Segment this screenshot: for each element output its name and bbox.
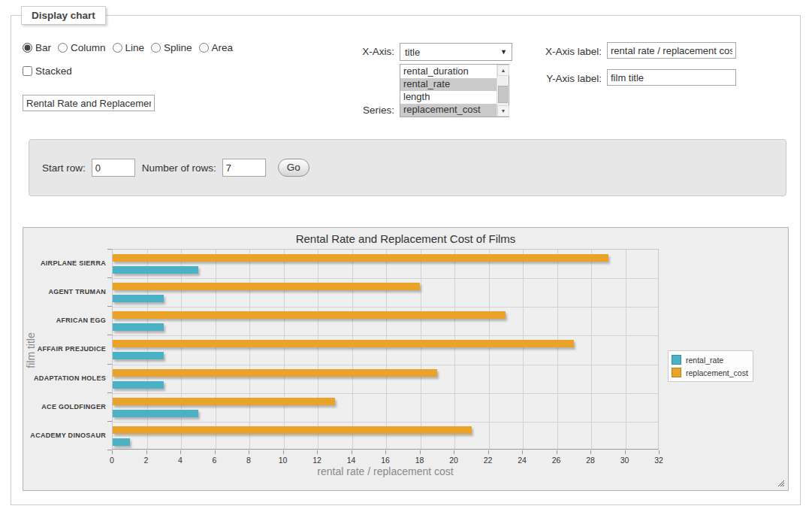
stacked-label: Stacked — [35, 65, 72, 77]
bar-replacement_cost — [113, 398, 335, 405]
y-tick-label: ADAPTATION HOLES — [25, 374, 106, 382]
series-option-rental_duration[interactable]: rental_duration — [400, 65, 497, 78]
chart-type-label: Line — [125, 42, 145, 53]
num-rows-label: Number of rows: — [142, 162, 216, 174]
x-tick-label: 26 — [545, 456, 568, 465]
y-gridline — [113, 307, 658, 308]
go-button[interactable]: Go — [278, 159, 309, 177]
x-gridline — [489, 250, 490, 449]
y-tick-mark — [107, 249, 112, 250]
y-tick-mark — [107, 277, 112, 278]
chart-type-option-bar[interactable]: Bar — [23, 42, 51, 53]
x-tick-label: 14 — [340, 456, 363, 465]
x-tick-label: 18 — [409, 456, 431, 465]
x-gridline — [318, 250, 318, 449]
x-tick-label: 0 — [101, 456, 123, 465]
x-tick-mark — [454, 450, 454, 454]
y-gridline — [113, 335, 658, 336]
y-tick-label: AFFAIR PREJUDICE — [25, 345, 106, 353]
bar-replacement_cost — [113, 254, 608, 262]
chart-container: Rental Rate and Replacement Cost of Film… — [23, 227, 789, 491]
x-tick-mark — [659, 450, 660, 454]
series-option-rental_rate[interactable]: rental_rate — [400, 78, 497, 91]
x-tick-mark — [522, 450, 523, 454]
y-tick-mark — [107, 335, 112, 335]
y-tick-mark — [107, 450, 112, 450]
x-tick-label: 24 — [511, 456, 533, 465]
y-tick-mark — [107, 392, 112, 393]
x-axis-select[interactable]: title ▼ — [400, 43, 512, 61]
x-tick-label: 6 — [204, 456, 226, 465]
chart-plot-area — [112, 249, 659, 450]
chart-type-radio-bar[interactable] — [23, 43, 32, 53]
y-tick-mark — [107, 364, 112, 365]
legend-swatch-icon — [672, 368, 681, 377]
chart-title: Rental Rate and Replacement Cost of Film… — [23, 232, 788, 245]
x-tick-mark — [180, 450, 181, 454]
bar-rental_rate — [113, 438, 130, 446]
x-tick-mark — [590, 450, 591, 454]
y-tick-mark — [107, 421, 112, 422]
x-tick-mark — [283, 450, 284, 454]
chart-type-option-spline[interactable]: Spline — [151, 42, 192, 53]
scrollbar-thumb[interactable] — [498, 86, 508, 103]
y-gridline — [113, 278, 658, 279]
x-tick-label: 20 — [442, 456, 465, 465]
chart-type-label: Column — [71, 42, 106, 53]
x-axis-title: rental rate / replacement cost — [112, 465, 659, 477]
x-gridline — [284, 250, 285, 449]
bar-rental_rate — [113, 295, 164, 302]
chart-type-radio-area[interactable] — [199, 43, 209, 53]
x-axis-selected-value: title — [405, 47, 420, 58]
bar-replacement_cost — [113, 283, 420, 290]
fieldset-legend: Display chart — [21, 6, 106, 25]
chart-type-label: Spline — [164, 42, 192, 53]
num-rows-input[interactable] — [222, 159, 266, 177]
x-gridline — [557, 250, 558, 449]
bar-rental_rate — [113, 410, 198, 417]
stacked-option[interactable]: Stacked — [23, 65, 72, 77]
page: Display chart BarColumnLineSplineArea St… — [0, 0, 812, 512]
start-row-label: Start row: — [42, 162, 86, 174]
x-gridline — [591, 250, 592, 449]
x-axis-select-label: X-Axis: — [323, 46, 394, 57]
x-tick-mark — [420, 450, 421, 454]
x-tick-mark — [146, 450, 147, 454]
x-tick-label: 10 — [272, 456, 294, 465]
series-select-label: Series: — [323, 105, 394, 116]
chart-title-input[interactable] — [23, 95, 155, 111]
chart-type-radio-column[interactable] — [58, 43, 68, 53]
series-option-replacement_cost[interactable]: replacement_cost — [400, 104, 497, 117]
bar-rental_rate — [113, 352, 164, 359]
y-tick-label: ACADEMY DINOSAUR — [25, 432, 106, 439]
chart-type-radio-spline[interactable] — [151, 43, 161, 53]
y-tick-mark — [107, 306, 112, 307]
chart-type-option-column[interactable]: Column — [58, 42, 106, 53]
stacked-checkbox[interactable] — [23, 66, 32, 76]
chart-type-label: Bar — [35, 42, 51, 53]
series-scrollbar[interactable]: ▲ ▼ — [497, 65, 509, 117]
scroll-up-icon[interactable]: ▲ — [497, 65, 509, 76]
y-axis-label-label: Y-Axis label: — [530, 73, 602, 84]
chart-type-option-line[interactable]: Line — [113, 42, 145, 53]
resize-grip[interactable] — [776, 478, 784, 486]
chart-type-option-area[interactable]: Area — [199, 42, 234, 53]
scroll-down-icon[interactable]: ▼ — [497, 105, 509, 117]
x-axis-label-input[interactable] — [607, 42, 736, 59]
bar-rental_rate — [113, 266, 198, 274]
y-tick-label: ACE GOLDFINGER — [25, 403, 106, 411]
x-tick-mark — [488, 450, 489, 454]
x-tick-mark — [249, 450, 249, 454]
x-tick-mark — [557, 450, 557, 454]
start-row-input[interactable] — [92, 159, 135, 177]
x-tick-mark — [112, 450, 113, 454]
stacked-row: Stacked — [23, 65, 72, 77]
chart-type-radio-line[interactable] — [113, 43, 122, 53]
y-tick-label: AGENT TRUMAN — [25, 288, 106, 295]
series-listbox[interactable]: rental_durationrental_ratelengthreplacem… — [400, 64, 509, 117]
x-gridline — [626, 250, 626, 449]
y-gridline — [113, 393, 658, 394]
y-axis-label-input[interactable] — [607, 69, 736, 86]
x-tick-mark — [352, 450, 352, 454]
series-option-length[interactable]: length — [400, 91, 497, 104]
